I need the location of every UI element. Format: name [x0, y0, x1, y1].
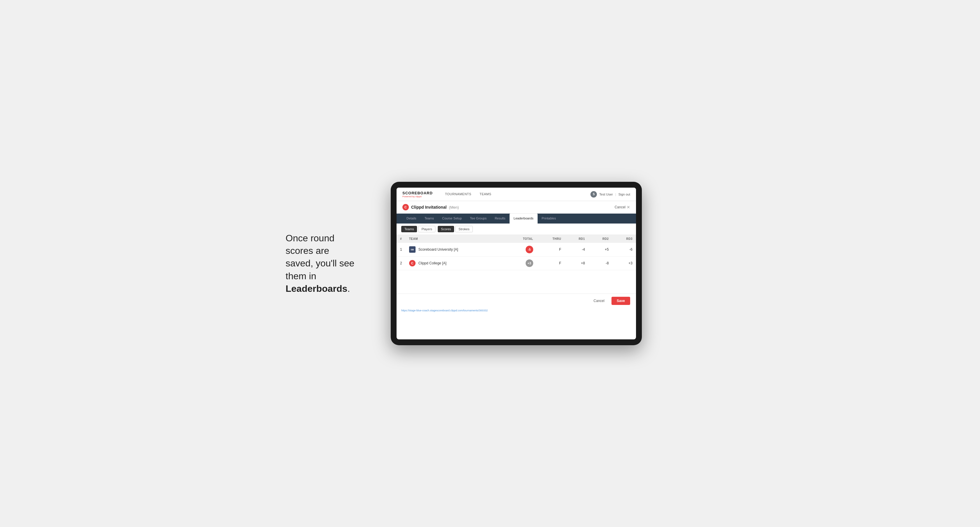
tournament-icon: C [402, 204, 409, 210]
col-rd2: RD2 [589, 235, 612, 243]
left-text-line2: scores are [286, 245, 329, 256]
col-rank: # [396, 235, 406, 243]
col-team: TEAM [406, 235, 506, 243]
footer-cancel-button[interactable]: Cancel [590, 297, 609, 305]
left-text-line1: Once round [286, 233, 334, 243]
left-text-line4: them in [286, 271, 316, 281]
left-text-block: Once round scores are saved, you'll see … [286, 232, 368, 295]
page-wrapper: Once round scores are saved, you'll see … [286, 182, 694, 345]
row1-rd3: -6 [612, 243, 636, 257]
row2-rd3: +3 [612, 257, 636, 270]
nav-teams[interactable]: TEAMS [476, 187, 495, 201]
tab-results[interactable]: Results [491, 214, 509, 224]
row2-total: +3 [506, 257, 536, 270]
table-header-row: # TEAM TOTAL THRU RD1 RD2 RD3 [396, 235, 636, 243]
row1-rd1: -4 [565, 243, 589, 257]
tab-details[interactable]: Details [402, 214, 420, 224]
leaderboard-table: # TEAM TOTAL THRU RD1 RD2 RD3 1 [396, 235, 636, 270]
left-text-bold: Leaderboards [286, 283, 347, 294]
row2-rank: 2 [396, 257, 406, 270]
nav-right: S Test User | Sign out [590, 191, 630, 198]
tab-teams[interactable]: Teams [420, 214, 438, 224]
col-thru: THRU [537, 235, 565, 243]
sub-tabs-row: Teams Players Scores Strokes [396, 224, 636, 235]
tournament-header: C Clippd Invitational (Men) Cancel ✕ [396, 201, 636, 214]
tab-printables[interactable]: Printables [538, 214, 560, 224]
tablet-screen: SCOREBOARD Powered by clippd TOURNAMENTS… [396, 187, 636, 340]
logo-sub: Powered by clippd [402, 195, 433, 198]
row2-score-badge: +3 [526, 259, 533, 267]
row1-rank: 1 [396, 243, 406, 257]
sub-tab-strokes[interactable]: Strokes [455, 226, 473, 232]
tournament-cancel-button[interactable]: Cancel ✕ [615, 205, 630, 210]
row1-team-logo: SB [409, 246, 415, 253]
row2-thru: F [537, 257, 565, 270]
tablet-device: SCOREBOARD Powered by clippd TOURNAMENTS… [391, 182, 642, 345]
col-total: TOTAL [506, 235, 536, 243]
row2-team-name: Clippd College [A] [418, 261, 447, 265]
nav-links: TOURNAMENTS TEAMS [442, 187, 590, 201]
tournament-gender: (Men) [449, 205, 459, 210]
row1-team: SB Scoreboard University [A] [406, 243, 506, 257]
row2-rd1: +8 [565, 257, 589, 270]
row1-thru: F [537, 243, 565, 257]
nav-bar: SCOREBOARD Powered by clippd TOURNAMENTS… [396, 187, 636, 201]
sub-tab-players[interactable]: Players [418, 226, 435, 232]
row1-team-name: Scoreboard University [A] [418, 248, 458, 252]
close-icon: ✕ [627, 205, 630, 210]
row2-team-cell: C Clippd College [A] [409, 260, 503, 267]
row1-team-cell: SB Scoreboard University [A] [409, 246, 503, 253]
sub-tab-teams[interactable]: Teams [401, 226, 417, 232]
sign-out-link[interactable]: Sign out [619, 193, 630, 196]
user-avatar: S [590, 191, 597, 198]
tournament-title-area: C Clippd Invitational (Men) [402, 204, 459, 210]
tab-course-setup[interactable]: Course Setup [438, 214, 466, 224]
logo-area: SCOREBOARD Powered by clippd [402, 191, 433, 198]
footer-save-button[interactable]: Save [611, 297, 630, 305]
row2-team: C Clippd College [A] [406, 257, 506, 270]
page-footer: Cancel Save [396, 294, 636, 308]
tournament-name: Clippd Invitational [411, 205, 447, 210]
row2-rd2: -8 [589, 257, 612, 270]
main-tabs-bar: Details Teams Course Setup Tee Groups Re… [396, 214, 636, 224]
row1-score-badge: -5 [526, 246, 533, 253]
table-row: 2 C Clippd College [A] +3 F +8 -8 [396, 257, 636, 270]
url-bar: https://stage-blue-coach.stagescoreboard… [396, 308, 636, 314]
table-row: 1 SB Scoreboard University [A] -5 F -4 [396, 243, 636, 257]
row1-total: -5 [506, 243, 536, 257]
col-rd3: RD3 [612, 235, 636, 243]
sub-tab-scores[interactable]: Scores [438, 226, 454, 232]
left-text-line3: saved, you'll see [286, 258, 355, 268]
nav-tournaments[interactable]: TOURNAMENTS [442, 187, 475, 201]
tab-tee-groups[interactable]: Tee Groups [466, 214, 491, 224]
row1-rd2: +5 [589, 243, 612, 257]
logo-title: SCOREBOARD [402, 191, 433, 195]
col-rd1: RD1 [565, 235, 589, 243]
tab-leaderboards[interactable]: Leaderboards [509, 214, 538, 224]
row2-team-logo: C [409, 260, 415, 267]
user-name: Test User [599, 193, 612, 196]
